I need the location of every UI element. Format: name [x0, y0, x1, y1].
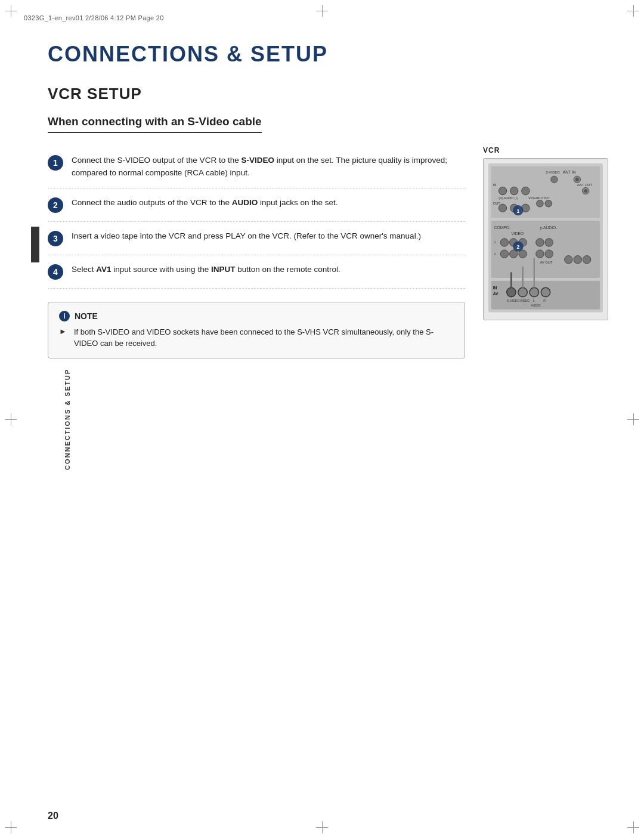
- svg-point-31: [536, 239, 544, 246]
- step-1-text: Connect the S-VIDEO output of the VCR to…: [72, 154, 465, 180]
- svg-point-18: [545, 200, 552, 207]
- svg-text:2: 2: [494, 252, 496, 256]
- svg-text:AV OUT: AV OUT: [540, 261, 552, 264]
- svg-text:OUTPUT: OUTPUT: [537, 196, 550, 200]
- svg-text:AUDIO: AUDIO: [531, 304, 541, 307]
- svg-text:y-AUDIO-: y-AUDIO-: [540, 225, 557, 230]
- note-label: NOTE: [75, 311, 98, 321]
- crosshair-mid-right: [627, 413, 639, 425]
- step-2: 2 Connect the audio outputs of the VCR t…: [48, 188, 465, 222]
- crosshair-top-left: [5, 5, 17, 17]
- svg-point-28: [500, 239, 508, 246]
- note-bullet: ► If both S-VIDEO and VIDEO sockets have…: [59, 326, 454, 350]
- svg-text:ANT IN: ANT IN: [563, 170, 576, 174]
- svg-text:2: 2: [517, 244, 520, 250]
- svg-point-48: [530, 287, 538, 296]
- step-3-text: Insert a video tape into the VCR and pre…: [72, 230, 421, 243]
- svg-point-17: [537, 200, 544, 207]
- main-content: CONNECTIONS & SETUP VCR SETUP When conne…: [48, 30, 614, 802]
- crosshair-top-right: [627, 5, 639, 17]
- crosshair-mid-left: [5, 413, 17, 425]
- svg-point-9: [584, 189, 587, 193]
- page-number: 20: [48, 811, 58, 821]
- svg-point-42: [583, 256, 590, 264]
- svg-point-41: [574, 256, 581, 264]
- svg-text:S-VIDEO: S-VIDEO: [507, 299, 520, 302]
- vcr-diagram-svg: ANT IN S-VIDEO ANT OUT IN: [488, 163, 603, 313]
- note-box: i NOTE ► If both S-VIDEO and VIDEO socke…: [48, 302, 465, 358]
- sidebar-bar: [31, 227, 39, 262]
- svg-text:OUT: OUT: [493, 202, 501, 205]
- svg-point-37: [536, 250, 544, 258]
- svg-point-20: [499, 204, 506, 212]
- svg-text:AV: AV: [493, 292, 499, 296]
- svg-text:L: L: [533, 299, 535, 302]
- step-1: 1 Connect the S-VIDEO output of the VCR …: [48, 146, 465, 188]
- note-arrow-icon: ►: [59, 327, 67, 336]
- step-4-circle: 4: [48, 264, 63, 280]
- file-header: 0323G_1-en_rev01 2/28/06 4:12 PM Page 20: [24, 14, 164, 21]
- step-1-circle: 1: [48, 155, 63, 171]
- content-columns: 1 Connect the S-VIDEO output of the VCR …: [48, 146, 614, 358]
- step-3: 3 Insert a video tape into the VCR and p…: [48, 222, 465, 255]
- crosshair-bottom-left: [5, 821, 17, 833]
- svg-point-47: [518, 287, 527, 296]
- svg-point-49: [541, 287, 550, 296]
- step-4: 4 Select AV1 input source with using the…: [48, 255, 465, 289]
- svg-text:ANT OUT: ANT OUT: [577, 183, 593, 187]
- svg-point-38: [545, 250, 553, 258]
- crosshair-mid-bottom: [316, 821, 328, 833]
- crosshair-bottom-right: [627, 821, 639, 833]
- instructions-col: 1 Connect the S-VIDEO output of the VCR …: [48, 146, 465, 358]
- svg-text:IN: IN: [493, 286, 497, 290]
- step-3-circle: 3: [48, 231, 63, 246]
- svg-text:VIDEO: VIDEO: [511, 231, 524, 236]
- vcr-label: VCR: [483, 146, 614, 154]
- main-title: CONNECTIONS & SETUP: [48, 42, 614, 67]
- svg-point-12: [510, 187, 518, 194]
- crosshair-mid-top: [316, 5, 328, 17]
- diagram-col: VCR ANT IN S-VIDEO ANT OUT: [483, 146, 614, 320]
- svg-point-46: [507, 287, 516, 296]
- note-header: i NOTE: [59, 311, 454, 321]
- svg-point-32: [545, 239, 553, 246]
- section-title: VCR SETUP: [48, 85, 614, 103]
- svg-point-34: [500, 250, 508, 258]
- svg-point-4: [575, 178, 579, 181]
- svg-text:(R) AUDIO (L): (R) AUDIO (L): [499, 196, 518, 200]
- svg-text:R: R: [543, 299, 546, 302]
- step-4-text: Select AV1 input source with using the I…: [72, 264, 340, 276]
- svg-point-40: [565, 256, 572, 264]
- subsection-title: When connecting with an S-Video cable: [48, 115, 262, 133]
- vcr-diagram: ANT IN S-VIDEO ANT OUT IN: [483, 158, 608, 320]
- svg-text:IN: IN: [493, 183, 497, 187]
- svg-point-6: [551, 176, 558, 183]
- step-2-text: Connect the audio outputs of the VCR to …: [72, 197, 338, 209]
- svg-point-11: [499, 187, 506, 194]
- note-icon: i: [59, 311, 70, 321]
- step-2-circle: 2: [48, 197, 63, 213]
- svg-text:S-VIDEO: S-VIDEO: [546, 171, 560, 174]
- svg-text:COMPO-: COMPO-: [494, 225, 511, 230]
- svg-text:1: 1: [517, 208, 520, 214]
- note-text: If both S-VIDEO and VIDEO sockets have b…: [72, 326, 454, 350]
- svg-text:VIDEO: VIDEO: [520, 299, 530, 302]
- svg-point-13: [522, 187, 530, 194]
- svg-text:1: 1: [494, 240, 496, 244]
